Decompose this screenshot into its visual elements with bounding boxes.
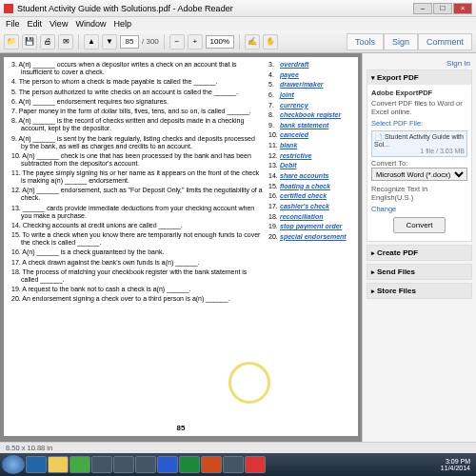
page-total: / 300 <box>142 37 159 46</box>
question-text: 3. A(n) ______ occurs when a depositor w… <box>11 61 263 76</box>
change-link[interactable]: Change <box>371 205 467 213</box>
answer-text: 5.drawer/maker <box>268 81 350 89</box>
answer-text: 17.cashier's check <box>268 203 350 210</box>
question-text: 18. The process of matching your checkbo… <box>11 268 263 284</box>
recognize-text: Recognize Text in English(U.S.) <box>371 185 467 202</box>
question-text: 20. An endorsement signing a check over … <box>11 295 263 303</box>
print-icon[interactable]: 🖨 <box>40 34 55 50</box>
save-icon[interactable]: 💾 <box>22 34 37 50</box>
hand-icon[interactable]: ✋ <box>263 34 278 50</box>
zoom-out-icon[interactable]: − <box>169 34 185 50</box>
question-text: 19. A request to the bank not to cash a … <box>11 286 263 293</box>
task-app-icon[interactable] <box>223 456 244 473</box>
task-explorer-icon[interactable] <box>48 456 69 473</box>
side-panel: Sign In Export PDF Adobe ExportPDF Conve… <box>362 53 476 442</box>
pdf-icon: 📄 <box>374 133 383 140</box>
page-size: 8.50 x 10.88 in <box>6 444 52 452</box>
task-word-icon[interactable] <box>157 456 178 473</box>
create-pdf-header[interactable]: Create PDF <box>367 246 471 260</box>
menu-file[interactable]: File <box>6 19 20 29</box>
export-title: Adobe ExportPDF <box>371 89 467 97</box>
export-desc: Convert PDF files to Word or Excel onlin… <box>371 99 467 116</box>
format-select[interactable]: Microsoft Word (*.docx) <box>371 168 467 181</box>
document-area[interactable]: 3. A(n) ______ occurs when a depositor w… <box>0 53 362 442</box>
menubar: File Edit View Window Help <box>0 17 476 30</box>
question-text: 9. A(n) ______ is sent by the bank regul… <box>11 135 263 150</box>
toolbar: 📁 💾 🖨 ✉ ▲ ▼ / 300 − + ✍ ✋ Tools Sign Com… <box>0 30 476 53</box>
page-up-icon[interactable]: ▲ <box>84 34 99 50</box>
question-text: 15. To write a check when you know there… <box>11 231 263 247</box>
open-icon[interactable]: 📁 <box>4 34 19 50</box>
task-app-icon[interactable] <box>91 456 112 473</box>
answer-text: 3.overdraft <box>268 61 350 69</box>
task-chrome-icon[interactable] <box>69 456 90 473</box>
question-text: 5. The person authorized to write checks… <box>11 89 263 96</box>
system-tray[interactable]: 3:09 PM11/4/2014 <box>441 458 474 471</box>
tab-tools[interactable]: Tools <box>347 33 384 50</box>
answer-text: 18.reconciliation <box>268 213 350 221</box>
answer-text: 9.bank statement <box>268 122 350 129</box>
question-text: 14. Checking accounts at credit unions a… <box>11 222 263 229</box>
answer-text: 19.stop payment order <box>268 223 350 230</box>
page-input[interactable] <box>120 35 139 49</box>
task-ie-icon[interactable] <box>26 456 47 473</box>
question-text: 8. A(n) ______ is the record of checks w… <box>11 117 263 132</box>
menu-edit[interactable]: Edit <box>28 19 43 29</box>
answer-text: 16.certified check <box>268 192 350 200</box>
answer-text: 13.Debit <box>268 162 350 169</box>
pdf-page: 3. A(n) ______ occurs when a depositor w… <box>4 57 358 436</box>
highlight-circle <box>228 362 270 404</box>
tab-sign[interactable]: Sign <box>384 33 418 50</box>
convert-to-label: Convert To: <box>371 159 467 168</box>
task-app-icon[interactable] <box>113 456 134 473</box>
window-controls: – □ × <box>413 3 472 14</box>
tab-comment[interactable]: Comment <box>418 33 472 50</box>
menu-view[interactable]: View <box>50 19 68 29</box>
task-app-icon[interactable] <box>135 456 156 473</box>
task-excel-icon[interactable] <box>179 456 200 473</box>
menu-window[interactable]: Window <box>75 19 106 29</box>
question-text: 7. Paper money in the form of dollar bil… <box>11 108 263 115</box>
question-text: 16. A(n) ______ is a check guaranteed by… <box>11 248 263 256</box>
taskbar: 3:09 PM11/4/2014 <box>0 453 476 476</box>
answer-text: 15.floating a check <box>268 183 350 190</box>
tool-icon[interactable]: ✍ <box>245 34 260 50</box>
question-text: 12. A(n) ______ endorsement, such as "Fo… <box>11 187 263 202</box>
window-title: Student Activity Guide with Solutions.pd… <box>17 4 233 13</box>
start-button[interactable] <box>2 455 25 474</box>
selected-file[interactable]: 📄 Student Activity Guide with Sol... 1 f… <box>371 130 467 157</box>
answer-text: 10.canceled <box>268 131 350 139</box>
question-text: 13. ______ cards provide immediate deduc… <box>11 205 263 220</box>
mail-icon[interactable]: ✉ <box>58 34 73 50</box>
answer-text: 7.currency <box>268 102 350 109</box>
send-files-header[interactable]: Send Files <box>367 265 471 279</box>
zoom-input[interactable] <box>206 35 234 49</box>
minimize-button[interactable]: – <box>413 3 432 14</box>
close-button[interactable]: × <box>453 3 472 14</box>
question-text: 6. A(n) ______ endorsement requires two … <box>11 98 263 106</box>
page-down-icon[interactable]: ▼ <box>102 34 117 50</box>
answer-text: 6.joint <box>268 91 350 99</box>
answer-text: 14.share accounts <box>268 172 350 180</box>
task-ppt-icon[interactable] <box>201 456 222 473</box>
app-icon <box>4 4 13 13</box>
maximize-button[interactable]: □ <box>433 3 452 14</box>
export-pdf-header[interactable]: Export PDF <box>367 70 471 85</box>
question-text: 17. A check drawn against the bank's own… <box>11 259 263 267</box>
question-text: 4. The person to whom a check is made pa… <box>11 78 263 86</box>
zoom-in-icon[interactable]: + <box>188 34 203 50</box>
question-text: 10. A(n) ______ check is one that has be… <box>11 152 263 168</box>
answer-text: 11.blank <box>268 142 350 149</box>
select-file-label: Select PDF File: <box>371 119 467 128</box>
answer-text: 8.checkbook register <box>268 111 350 119</box>
sign-in-link[interactable]: Sign In <box>367 57 472 69</box>
status-bar: 8.50 x 10.88 in <box>0 442 476 453</box>
titlebar: Student Activity Guide with Solutions.pd… <box>0 0 476 17</box>
store-files-header[interactable]: Store Files <box>367 284 471 298</box>
convert-button[interactable]: Convert <box>393 217 445 233</box>
answer-text: 4.payee <box>268 71 350 79</box>
answer-text: 12.restrictive <box>268 152 350 160</box>
task-reader-icon[interactable] <box>245 456 266 473</box>
menu-help[interactable]: Help <box>113 19 131 29</box>
question-text: 11. The payee simply signing his or her … <box>11 169 263 185</box>
